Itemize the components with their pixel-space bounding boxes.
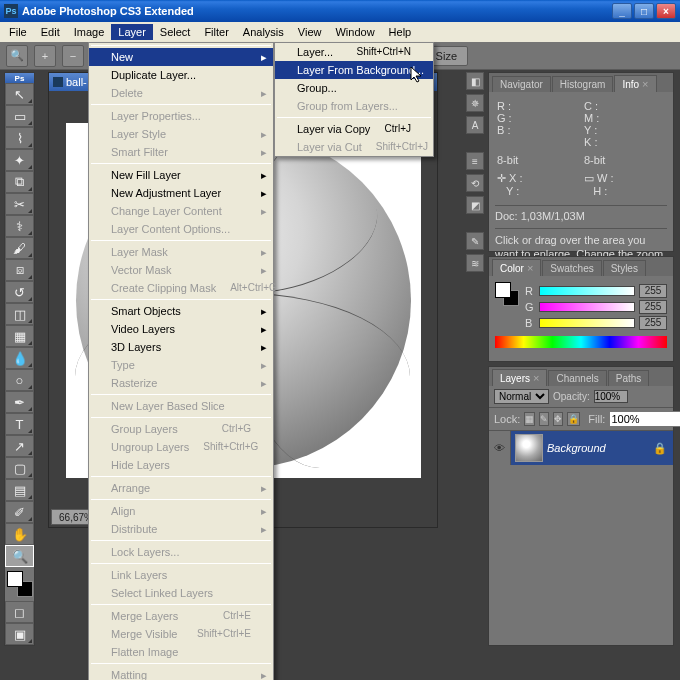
menu-analysis[interactable]: Analysis <box>236 24 291 40</box>
lock-position-icon[interactable]: ✥ <box>553 412 563 426</box>
zoom-tool[interactable]: 🔍 <box>5 545 34 567</box>
hand-tool[interactable]: ✋ <box>5 523 34 545</box>
zoom-in-icon[interactable]: + <box>34 45 56 67</box>
menu-item[interactable]: Layer via CopyCtrl+J <box>275 120 433 138</box>
layer-thumbnail[interactable] <box>515 434 543 462</box>
notes-tool[interactable]: ▤ <box>5 479 34 501</box>
dodge-tool[interactable]: ○ <box>5 369 34 391</box>
maximize-button[interactable]: □ <box>634 3 654 19</box>
tab-info[interactable]: Info× <box>614 75 656 92</box>
blur-tool[interactable]: 💧 <box>5 347 34 369</box>
blend-mode-select[interactable]: Normal <box>494 389 549 404</box>
layer-menu-dropdown[interactable]: New▸Duplicate Layer...Delete▸Layer Prope… <box>88 42 274 680</box>
tab-channels[interactable]: Channels <box>548 370 606 386</box>
menu-help[interactable]: Help <box>382 24 419 40</box>
strip-icon-4[interactable]: ≡ <box>466 152 484 170</box>
menu-item[interactable]: Duplicate Layer... <box>89 66 273 84</box>
strip-icon-1[interactable]: ◧ <box>466 72 484 90</box>
slice-tool[interactable]: ✂ <box>5 193 34 215</box>
color-swatches-panel[interactable] <box>495 282 519 306</box>
heal-tool[interactable]: ⚕ <box>5 215 34 237</box>
marquee-tool[interactable]: ▭ <box>5 105 34 127</box>
eyedropper-tool[interactable]: ✐ <box>5 501 34 523</box>
menu-item: Arrange▸ <box>89 479 273 497</box>
brush-tool[interactable]: 🖌 <box>5 237 34 259</box>
menu-item[interactable]: 3D Layers▸ <box>89 338 273 356</box>
menu-select[interactable]: Select <box>153 24 198 40</box>
toolbox-header[interactable]: Ps <box>5 73 34 83</box>
opacity-input[interactable] <box>594 390 628 403</box>
strip-icon-3[interactable]: A <box>466 116 484 134</box>
history-brush-tool[interactable]: ↺ <box>5 281 34 303</box>
tab-paths[interactable]: Paths <box>608 370 650 386</box>
color-ramp[interactable] <box>495 336 667 348</box>
menu-item[interactable]: Group... <box>275 79 433 97</box>
menu-item[interactable]: New Fill Layer▸ <box>89 166 273 184</box>
pen-tool[interactable]: ✒ <box>5 391 34 413</box>
stamp-tool[interactable]: ⧇ <box>5 259 34 281</box>
type-tool[interactable]: T <box>5 413 34 435</box>
menu-window[interactable]: Window <box>328 24 381 40</box>
color-b-slider[interactable] <box>539 318 635 328</box>
strip-icon-8[interactable]: ≋ <box>466 254 484 272</box>
menu-image[interactable]: Image <box>67 24 112 40</box>
strip-icon-7[interactable]: ✎ <box>466 232 484 250</box>
wand-tool[interactable]: ✦ <box>5 149 34 171</box>
path-tool[interactable]: ↗ <box>5 435 34 457</box>
zoom-out-icon[interactable]: − <box>62 45 84 67</box>
color-g-slider[interactable] <box>539 302 635 312</box>
menu-item[interactable]: Layer...Shift+Ctrl+N <box>275 43 433 61</box>
strip-icon-5[interactable]: ⟲ <box>466 174 484 192</box>
lock-paint-icon[interactable]: ✎ <box>539 412 549 426</box>
gradient-tool[interactable]: ▦ <box>5 325 34 347</box>
minimize-button[interactable]: _ <box>612 3 632 19</box>
menu-layer[interactable]: Layer <box>111 24 153 40</box>
layer-row-background[interactable]: 👁 Background 🔒 <box>489 431 673 465</box>
menu-view[interactable]: View <box>291 24 329 40</box>
close-button[interactable]: × <box>656 3 676 19</box>
menu-item[interactable]: New Adjustment Layer▸ <box>89 184 273 202</box>
menu-item[interactable]: Layer From Background... <box>275 61 433 79</box>
color-r-slider[interactable] <box>539 286 635 296</box>
layers-panel: Layers×ChannelsPaths Normal Opacity: Loc… <box>488 366 674 646</box>
color-r-value[interactable]: 255 <box>639 284 667 298</box>
color-swatches[interactable] <box>7 571 33 597</box>
layer-name[interactable]: Background <box>547 442 653 454</box>
menu-item: New Layer Based Slice <box>89 397 273 415</box>
info-panel-tabs: NavigatorHistogramInfo× <box>489 73 673 92</box>
color-b-value[interactable]: 255 <box>639 316 667 330</box>
move-tool[interactable]: ↖ <box>5 83 34 105</box>
tab-layers[interactable]: Layers× <box>492 369 547 386</box>
color-r-label: R <box>525 285 535 297</box>
menu-filter[interactable]: Filter <box>197 24 235 40</box>
lock-transparency-icon[interactable]: ▦ <box>524 412 535 426</box>
menu-item[interactable]: Video Layers▸ <box>89 320 273 338</box>
menu-item[interactable]: Smart Objects▸ <box>89 302 273 320</box>
menu-item: Distribute▸ <box>89 520 273 538</box>
info-doc-size: Doc: 1,03M/1,03M <box>495 205 667 222</box>
eraser-tool[interactable]: ◫ <box>5 303 34 325</box>
foreground-color[interactable] <box>7 571 23 587</box>
quickmask-toggle[interactable]: ◻ <box>5 601 34 623</box>
menu-item[interactable]: New▸ <box>89 48 273 66</box>
window-title: Adobe Photoshop CS3 Extended <box>22 5 612 17</box>
tab-color[interactable]: Color× <box>492 259 541 276</box>
tab-styles[interactable]: Styles <box>603 260 646 276</box>
tab-histogram[interactable]: Histogram <box>552 76 614 92</box>
screenmode-toggle[interactable]: ▣ <box>5 623 34 645</box>
tab-swatches[interactable]: Swatches <box>542 260 601 276</box>
new-submenu-dropdown[interactable]: Layer...Shift+Ctrl+NLayer From Backgroun… <box>274 42 434 157</box>
crop-tool[interactable]: ⧉ <box>5 171 34 193</box>
menu-edit[interactable]: Edit <box>34 24 67 40</box>
menu-file[interactable]: File <box>2 24 34 40</box>
tab-navigator[interactable]: Navigator <box>492 76 551 92</box>
color-g-value[interactable]: 255 <box>639 300 667 314</box>
lasso-tool[interactable]: ⌇ <box>5 127 34 149</box>
strip-icon-6[interactable]: ◩ <box>466 196 484 214</box>
visibility-toggle[interactable]: 👁 <box>489 431 511 465</box>
strip-icon-2[interactable]: ✵ <box>466 94 484 112</box>
info-g-label: G : <box>497 112 512 124</box>
fill-input[interactable] <box>609 411 680 427</box>
shape-tool[interactable]: ▢ <box>5 457 34 479</box>
lock-all-icon[interactable]: 🔒 <box>567 412 580 426</box>
